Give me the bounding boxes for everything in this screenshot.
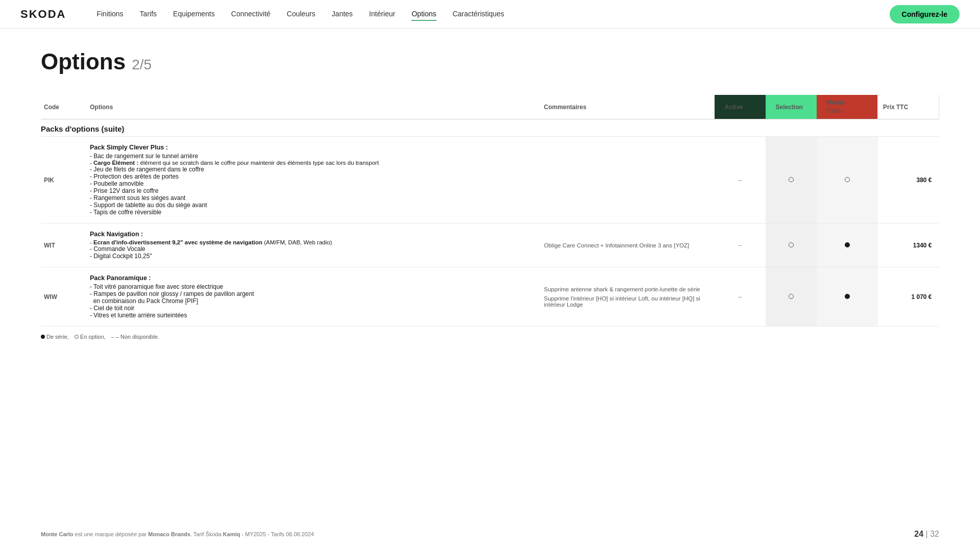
footer-brand2: Monaco Brands: [148, 531, 190, 537]
row-active-pik: –: [715, 137, 766, 223]
nav-jantes[interactable]: Jantes: [332, 8, 353, 21]
th-comments: Commentaires: [541, 95, 715, 119]
legend-dot: De série,: [41, 334, 69, 340]
row-active-wit: –: [715, 223, 766, 267]
footer-page: 24 | 32: [914, 530, 939, 539]
mc-dot: [845, 242, 850, 247]
nav-options[interactable]: Options: [411, 8, 436, 21]
nav-equipements[interactable]: Equipements: [173, 8, 215, 21]
th-selection: Selection: [766, 95, 817, 119]
nav-connectivite[interactable]: Connectivité: [231, 8, 271, 21]
th-montecarlo: MonteCarlo: [817, 95, 878, 119]
pack-item: - Protection des arêtes de portes: [90, 173, 538, 180]
th-code: Code: [41, 95, 87, 119]
page-current: 24: [914, 530, 923, 538]
pack-item: - Commande Vocale: [90, 245, 538, 253]
page-title-text: Options: [41, 49, 126, 74]
mc-dot: [845, 294, 850, 299]
table-row: WIW Pack Panoramique : - Toit vitré pano…: [41, 267, 939, 327]
selection-circle: [789, 177, 794, 182]
row-mc-wiw: [817, 267, 878, 327]
pack-items-pik: - Bac de rangement sur le tunnel arrière…: [90, 153, 538, 216]
pack-item: - Support de tablette au dos du siège av…: [90, 202, 538, 209]
legend-circle: En option,: [75, 334, 106, 340]
nav-tarifs[interactable]: Tarifs: [140, 8, 157, 21]
row-selection-wit: [766, 223, 817, 267]
row-price-pik: 380 €: [878, 137, 939, 223]
legend-dash-label: – Non disponible.: [116, 334, 159, 340]
pack-item: - Digital Cockpit 10,25": [90, 253, 538, 260]
row-code-wiw: WIW: [41, 267, 87, 327]
page-separator: |: [926, 530, 930, 538]
pack-item: - Cargo Élément : élément qui se scratch…: [90, 160, 538, 166]
nav-links: Finitions Tarifs Equipements Connectivit…: [96, 8, 889, 21]
pack-item: - Ciel de toit noir: [90, 305, 538, 312]
row-code-pik: PIK: [41, 137, 87, 223]
page-title: Options 2/5: [41, 49, 939, 74]
row-mc-wit: [817, 223, 878, 267]
comment-line2: Supprime l'intérieur [HO] si intérieur L…: [544, 295, 712, 308]
page-content: Options 2/5 Code Options Commentaires Ac…: [0, 29, 980, 360]
row-price-wiw: 1 070 €: [878, 267, 939, 327]
row-desc-wit: Pack Navigation : - Ecran d'info-diverti…: [87, 223, 541, 267]
row-code-wit: WIT: [41, 223, 87, 267]
legend-dot-icon: [41, 335, 45, 339]
nav-interieur[interactable]: Intérieur: [369, 8, 395, 21]
comment-line1: Supprime antenne shark & rangement porte…: [544, 286, 712, 292]
pack-title-pik: Pack Simply Clever Plus :: [90, 144, 538, 151]
row-comments-wiw: Supprime antenne shark & rangement porte…: [541, 267, 715, 327]
row-active-wiw: –: [715, 267, 766, 327]
logo: SKODA: [20, 8, 66, 21]
pack-item: - Vitres et lunette arrière surteintées: [90, 312, 538, 319]
pack-item: - Ecran d'info-divertissement 9,2" avec …: [90, 239, 538, 245]
nav-couleurs[interactable]: Couleurs: [287, 8, 315, 21]
configure-button[interactable]: Configurez-le: [890, 5, 960, 23]
mc-circle: [845, 177, 850, 182]
legend: De série, En option, – – Non disponible.: [41, 334, 939, 340]
active-dash: –: [738, 177, 742, 184]
nav-finitions[interactable]: Finitions: [96, 8, 123, 21]
footer-brand1: Monte Carlo: [41, 531, 74, 537]
pack-title-wiw: Pack Panoramique :: [90, 274, 538, 282]
page-pagination: 2/5: [132, 57, 152, 73]
table-row: WIT Pack Navigation : - Ecran d'info-div…: [41, 223, 939, 267]
section-title-row: Packs d'options (suite): [41, 119, 939, 137]
pack-title-wit: Pack Navigation :: [90, 231, 538, 238]
options-table: Code Options Commentaires Active Selecti…: [41, 95, 939, 327]
footer-model: Kamiq: [223, 531, 240, 537]
pack-item: - Jeu de filets de rangement dans le cof…: [90, 166, 538, 173]
pack-item: - Poubelle amovible: [90, 180, 538, 187]
row-desc-wiw: Pack Panoramique : - Toit vitré panorami…: [87, 267, 541, 327]
th-prix: Prix TTC: [878, 95, 939, 119]
legend-circle-icon: [75, 335, 79, 339]
footer-text: Monte Carlo est une marque déposée par M…: [41, 531, 314, 537]
row-desc-pik: Pack Simply Clever Plus : - Bac de range…: [87, 137, 541, 223]
pack-items-wiw: - Toit vitré panoramique fixe avec store…: [90, 283, 538, 319]
section-title: Packs d'options (suite): [41, 124, 125, 133]
page-total: 32: [930, 530, 939, 538]
legend-dash-icon: –: [111, 334, 114, 340]
pack-item: - Rampes de pavillon noir glossy / rampe…: [90, 290, 538, 305]
row-comments-pik: [541, 137, 715, 223]
active-dash: –: [738, 242, 742, 249]
pack-item: - Tapis de coffre réversible: [90, 209, 538, 216]
pack-item: - Bac de rangement sur le tunnel arrière: [90, 153, 538, 160]
table-row: PIK Pack Simply Clever Plus : - Bac de r…: [41, 137, 939, 223]
row-selection-wiw: [766, 267, 817, 327]
selection-circle: [789, 242, 794, 247]
selection-circle: [789, 294, 794, 299]
pack-item: - Toit vitré panoramique fixe avec store…: [90, 283, 538, 290]
row-comments-wit: Oblige Care Connect + Infotainment Onlin…: [541, 223, 715, 267]
nav-caracteristiques[interactable]: Caractéristiques: [453, 8, 504, 21]
pack-item: - Rangement sous les sièges avant: [90, 194, 538, 202]
legend-circle-label: En option,: [80, 334, 106, 340]
th-options: Options: [87, 95, 541, 119]
active-dash: –: [738, 293, 742, 300]
pack-items-wit: - Ecran d'info-divertissement 9,2" avec …: [90, 239, 538, 260]
pack-item-bold: Cargo Élément :: [93, 160, 138, 166]
pack-item-bold: Ecran d'info-divertissement 9,2" avec sy…: [93, 239, 262, 245]
th-active: Active: [715, 95, 766, 119]
row-selection-pik: [766, 137, 817, 223]
legend-dot-label: De série,: [46, 334, 69, 340]
row-price-wit: 1340 €: [878, 223, 939, 267]
